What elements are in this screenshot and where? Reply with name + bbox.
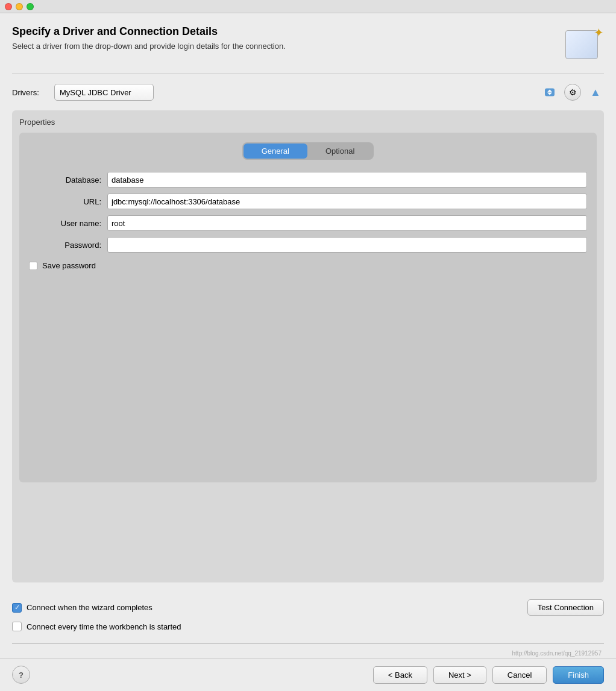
button-row: ? < Back Next > Cancel Finish [0, 658, 616, 691]
database-input[interactable] [107, 172, 587, 188]
form-grid: Database: URL: User name: Password: Save… [29, 172, 587, 270]
drivers-label: Drivers: [12, 88, 48, 97]
drivers-select-wrapper: MySQL JDBC Driver PostgreSQL JDBC Driver… [54, 84, 558, 101]
tab-container: General Optional [242, 142, 374, 160]
watermark: http://blog.csdn.net/qq_21912957 [12, 649, 604, 658]
properties-panel: Properties General Optional Database: UR… [12, 110, 604, 582]
next-button[interactable]: Next > [433, 666, 486, 684]
connect-every-time-row: Connect every time the workbench is star… [12, 622, 604, 631]
drivers-row: Drivers: MySQL JDBC Driver PostgreSQL JD… [12, 84, 604, 101]
bottom-options: ✓ Connect when the wizard completes Test… [12, 592, 604, 639]
inner-panel: General Optional Database: URL: User nam… [19, 133, 597, 482]
help-button[interactable]: ? [12, 666, 30, 684]
page-title: Specify a Driver and Connection Details [12, 25, 286, 38]
maximize-button[interactable] [27, 3, 34, 10]
username-label: User name: [29, 219, 101, 228]
tab-general[interactable]: General [244, 144, 307, 159]
back-button[interactable]: < Back [373, 666, 427, 684]
header-text: Specify a Driver and Connection Details … [12, 25, 286, 51]
sparkle-icon: ✦ [594, 25, 604, 40]
add-driver-button[interactable]: ⚙ [564, 84, 581, 101]
gear-plus-icon: ⚙ [569, 87, 577, 97]
url-input[interactable] [107, 194, 587, 209]
password-input[interactable] [107, 237, 587, 253]
icon-box [565, 30, 598, 59]
url-label: URL: [29, 197, 101, 206]
warning-icon: ▲ [587, 84, 604, 101]
page-subtitle: Select a driver from the drop-down and p… [12, 42, 286, 51]
traffic-lights [5, 3, 34, 10]
header-section: Specify a Driver and Connection Details … [12, 25, 604, 64]
header-icon: ✦ [565, 25, 604, 64]
finish-button[interactable]: Finish [553, 666, 604, 684]
header-divider [12, 74, 604, 74]
cancel-button[interactable]: Cancel [492, 666, 547, 684]
checkmark-icon: ✓ [14, 604, 20, 611]
main-content: Specify a Driver and Connection Details … [0, 13, 616, 658]
username-input[interactable] [107, 215, 587, 231]
connect-every-time-checkbox[interactable] [12, 622, 22, 631]
tab-optional[interactable]: Optional [307, 144, 372, 159]
tab-bar: General Optional [29, 142, 587, 160]
close-button[interactable] [5, 3, 12, 10]
database-label: Database: [29, 175, 101, 185]
connect-on-complete-label: Connect when the wizard completes [27, 603, 152, 612]
password-label: Password: [29, 241, 101, 250]
section-divider [12, 643, 604, 644]
connect-on-complete-row: ✓ Connect when the wizard completes Test… [12, 599, 604, 616]
connect-on-complete-checkbox[interactable]: ✓ [12, 603, 22, 613]
drivers-select[interactable]: MySQL JDBC Driver PostgreSQL JDBC Driver… [54, 84, 154, 101]
properties-label: Properties [19, 118, 597, 127]
select-arrows-icon [545, 89, 555, 96]
minimize-button[interactable] [16, 3, 23, 10]
arrow-up-icon [547, 90, 552, 92]
arrow-down-icon [547, 93, 552, 95]
save-password-label: Save password [42, 261, 96, 270]
test-connection-button[interactable]: Test Connection [527, 599, 604, 616]
save-password-row: Save password [29, 261, 587, 270]
save-password-checkbox[interactable] [29, 262, 37, 270]
connect-every-time-label: Connect every time the workbench is star… [27, 622, 181, 631]
title-bar [0, 0, 616, 13]
